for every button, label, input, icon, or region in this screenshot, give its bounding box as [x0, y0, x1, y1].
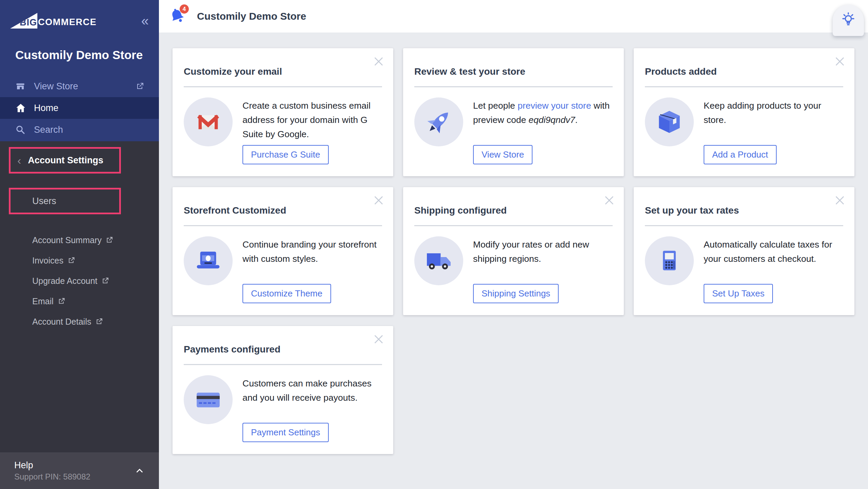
storefront-icon	[15, 81, 26, 92]
divider	[414, 86, 613, 87]
help-footer[interactable]: Help Support PIN: 589082	[0, 452, 159, 489]
external-link-icon	[68, 257, 75, 264]
sidebar-item-upgrade-account[interactable]: Upgrade Account	[0, 271, 159, 291]
onboarding-card: Set up your tax rates Automatically calc…	[634, 187, 854, 315]
divider	[184, 86, 382, 87]
card-title: Storefront Customized	[184, 187, 382, 216]
topbar: 4 Customily Demo Store	[159, 0, 868, 33]
sidebar-item-label: Home	[34, 103, 58, 113]
divider	[645, 225, 843, 226]
sidebar-nav: View Store Home	[0, 75, 159, 141]
laptop-icon	[184, 236, 233, 285]
sidebar-item-users[interactable]: Users	[9, 188, 121, 214]
card-title: Review & test your store	[414, 48, 613, 77]
preview-store-link[interactable]: preview your store	[518, 101, 591, 111]
card-action-button[interactable]: Purchase G Suite	[242, 145, 329, 164]
sidebar-item-view-store[interactable]: View Store	[0, 75, 159, 97]
account-submenu: Account Summary Invoices Upgrade Account	[0, 230, 159, 332]
content-area: Customize your email Create a custom bus…	[159, 33, 868, 489]
divider	[184, 364, 382, 365]
sidebar-item-account-summary[interactable]: Account Summary	[0, 230, 159, 250]
external-link-icon	[136, 82, 144, 90]
close-icon[interactable]	[374, 195, 384, 205]
close-icon[interactable]	[604, 195, 614, 205]
notifications-button[interactable]: 4	[168, 6, 187, 27]
users-label: Users	[32, 196, 56, 206]
credit-card-icon	[184, 375, 233, 424]
external-link-icon	[106, 236, 113, 244]
bigcommerce-logo: BIG COMMERCE	[10, 13, 97, 29]
card-title: Set up your tax rates	[645, 187, 843, 216]
onboarding-card: Payments configured Customers can make p…	[173, 326, 393, 454]
divider	[414, 225, 613, 226]
sidebar-item-account-details[interactable]: Account Details	[0, 311, 159, 332]
submenu-label: Upgrade Account	[32, 276, 97, 286]
sidebar: BIG COMMERCE « Customily Demo Store View…	[0, 0, 159, 489]
onboarding-cards-grid: Customize your email Create a custom bus…	[159, 33, 868, 454]
chevron-up-icon[interactable]	[134, 466, 145, 476]
card-description: Create a custom business email address f…	[242, 97, 382, 144]
card-description: Keep adding products to your store.	[704, 97, 843, 144]
rocket-icon	[414, 97, 463, 146]
onboarding-card: Customize your email Create a custom bus…	[173, 48, 393, 176]
onboarding-card: Storefront Customized Continue branding …	[173, 187, 393, 315]
card-action-button[interactable]: Shipping Settings	[473, 284, 559, 303]
sidebar-item-invoices[interactable]: Invoices	[0, 250, 159, 271]
divider	[184, 225, 382, 226]
sidebar-top-section: BIG COMMERCE « Customily Demo Store View…	[0, 0, 159, 141]
card-title: Customize your email	[184, 48, 382, 77]
card-title: Products added	[645, 48, 843, 77]
sidebar-item-label: Search	[34, 125, 63, 135]
logo-text-commerce: COMMERCE	[38, 17, 97, 29]
sidebar-item-search[interactable]: Search	[0, 119, 159, 141]
sidebar-item-account-settings[interactable]: ‹ Account Settings	[9, 147, 121, 174]
calculator-icon	[645, 236, 694, 285]
card-description: Automatically calculate taxes for your c…	[704, 236, 843, 283]
page-title: Customily Demo Store	[197, 11, 306, 22]
card-action-button[interactable]: Set Up Taxes	[704, 284, 773, 303]
notification-badge: 4	[180, 4, 189, 14]
close-icon[interactable]	[835, 195, 845, 205]
divider	[645, 86, 843, 87]
external-link-icon	[102, 277, 109, 285]
gmail-icon	[184, 97, 233, 146]
submenu-label: Account Summary	[32, 235, 102, 245]
card-description: Continue branding your storefront with c…	[242, 236, 382, 283]
bigcommerce-triangle-icon: BIG	[10, 13, 37, 29]
sidebar-store-name: Customily Demo Store	[15, 48, 159, 62]
onboarding-card: Review & test your store Let people prev…	[403, 48, 624, 176]
card-description: Modify your rates or add new shipping re…	[473, 236, 613, 283]
truck-icon	[414, 236, 463, 285]
help-label: Help	[14, 460, 90, 471]
card-title: Payments configured	[184, 326, 382, 355]
card-description: Customers can make purchases and you wil…	[242, 375, 382, 421]
close-icon[interactable]	[374, 334, 384, 344]
submenu-label: Invoices	[32, 256, 64, 266]
external-link-icon	[58, 297, 65, 305]
sidebar-item-email[interactable]: Email	[0, 291, 159, 311]
bell-icon	[168, 22, 187, 28]
account-settings-label: Account Settings	[28, 155, 103, 166]
lightbulb-icon	[840, 12, 856, 29]
close-icon[interactable]	[374, 56, 384, 67]
tips-tab[interactable]	[833, 5, 864, 36]
submenu-label: Email	[32, 296, 54, 306]
external-link-icon	[95, 318, 103, 325]
card-action-button[interactable]: Add a Product	[704, 145, 777, 164]
submenu-label: Account Details	[32, 317, 91, 327]
chevron-left-icon: ‹	[17, 155, 21, 166]
card-description: Let people preview your store with previ…	[473, 97, 613, 144]
card-action-button[interactable]: Payment Settings	[242, 423, 329, 442]
collapse-sidebar-icon[interactable]: «	[141, 15, 149, 26]
package-icon	[645, 97, 694, 146]
support-pin: Support PIN: 589082	[14, 472, 90, 482]
main-area: 4 Customily Demo Store	[159, 0, 868, 489]
onboarding-card: Shipping configured Modify your rates or…	[403, 187, 624, 315]
logo-text-big: BIG	[20, 18, 37, 29]
home-icon	[15, 102, 26, 114]
sidebar-item-home[interactable]: Home	[0, 97, 159, 119]
close-icon[interactable]	[835, 56, 845, 67]
card-action-button[interactable]: View Store	[473, 145, 532, 164]
card-title: Shipping configured	[414, 187, 613, 216]
card-action-button[interactable]: Customize Theme	[242, 284, 331, 303]
